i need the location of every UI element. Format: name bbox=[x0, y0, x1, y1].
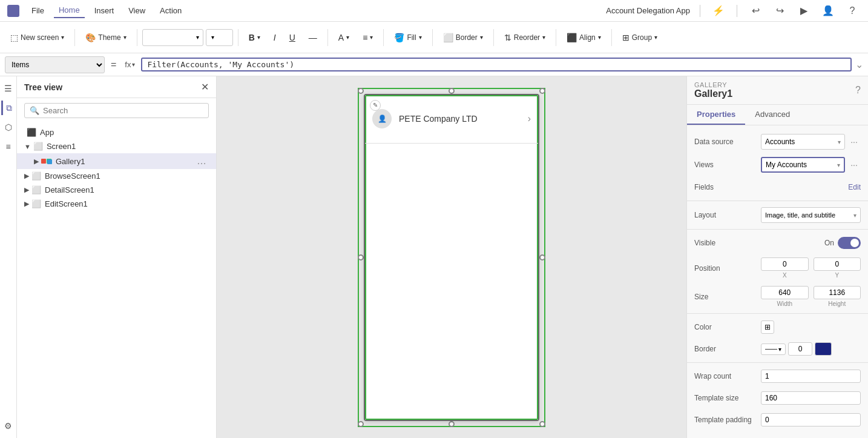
hamburger-icon[interactable]: ☰ bbox=[1, 81, 16, 96]
undo-icon[interactable]: ↩ bbox=[747, 2, 764, 19]
settings-icon[interactable]: ⚙ bbox=[1, 419, 16, 433]
prop-visible-toggle[interactable] bbox=[838, 237, 861, 249]
prop-color-picker[interactable]: ⊞ bbox=[761, 320, 774, 334]
toolbar-sep9 bbox=[611, 29, 612, 46]
formula-fx-caret: ▾ bbox=[132, 61, 135, 68]
tree-expand-detail-icon[interactable]: ▶ bbox=[24, 186, 29, 194]
prop-position-y-label: Y bbox=[835, 272, 839, 279]
new-screen-label: New screen bbox=[21, 33, 59, 42]
panel-help-icon[interactable]: ? bbox=[855, 85, 861, 96]
menu-insert[interactable]: Insert bbox=[90, 4, 119, 18]
prop-templatepadding-input[interactable] bbox=[761, 413, 861, 426]
tree-item-screen1[interactable]: ▼ ⬜ Screen1 bbox=[17, 139, 216, 153]
strikethrough-button[interactable]: — bbox=[303, 30, 323, 45]
connection-icon[interactable]: ⚡ bbox=[710, 2, 727, 19]
new-screen-button[interactable]: ⬚ New screen ▾ bbox=[5, 30, 70, 45]
panel-name-label: Gallery1 bbox=[694, 88, 732, 99]
tree-item-browsescreen1[interactable]: ▶ ⬜ BrowseScreen1 bbox=[17, 169, 216, 183]
menu-action[interactable]: Action bbox=[155, 4, 186, 18]
theme-caret: ▾ bbox=[123, 34, 127, 41]
tree-item-gallery1[interactable]: ▶ Gallery1 … bbox=[17, 153, 216, 169]
help-icon[interactable]: ? bbox=[844, 2, 861, 19]
prop-views-value-area: My Accounts ▾ ··· bbox=[761, 157, 861, 173]
prop-wrapcount-value-area bbox=[761, 370, 861, 383]
prop-border-row: Border ▾ bbox=[687, 338, 868, 360]
prop-templatesize-input[interactable] bbox=[761, 391, 861, 405]
tree-item-editscreen1[interactable]: ▶ ⬜ EditScreen1 bbox=[17, 197, 216, 211]
tree-item-gallery1-more[interactable]: … bbox=[194, 156, 209, 167]
tree-close-button[interactable]: ✕ bbox=[201, 81, 209, 93]
formula-property-select[interactable]: Items bbox=[5, 56, 105, 73]
formula-input[interactable] bbox=[141, 58, 852, 71]
gallery-row-1[interactable]: ✎ 👤 PETE Company LTD › bbox=[365, 95, 538, 144]
italic-button[interactable]: I bbox=[268, 30, 281, 45]
tab-properties[interactable]: Properties bbox=[687, 105, 745, 125]
prop-size-width-input[interactable] bbox=[761, 286, 809, 299]
reorder-button[interactable]: ⇅ Reorder ▾ bbox=[499, 30, 551, 45]
panel-header-left: GALLERY Gallery1 bbox=[694, 81, 732, 99]
menu-home[interactable]: Home bbox=[54, 3, 85, 18]
border-button[interactable]: ⬜ Border ▾ bbox=[438, 30, 488, 45]
gallery-row-1-icon: 👤 bbox=[372, 109, 392, 128]
tree-expand-screen1-icon[interactable]: ▼ bbox=[24, 143, 31, 150]
prop-fields-edit[interactable]: Edit bbox=[848, 183, 861, 191]
align-text-caret: ▾ bbox=[370, 34, 373, 41]
align-text-button[interactable]: ≡ ▾ bbox=[357, 30, 378, 45]
canvas-area[interactable]: ✎ 👤 PETE Company LTD › bbox=[217, 76, 686, 438]
prop-datasource-dropdown[interactable]: Accounts ▾ bbox=[761, 134, 845, 150]
handle-tr[interactable] bbox=[539, 88, 545, 94]
prop-size-height-field: Height bbox=[814, 286, 861, 307]
prop-position-y-input[interactable] bbox=[814, 257, 861, 271]
tree-expand-browse-icon[interactable]: ▶ bbox=[24, 172, 29, 180]
bold-button[interactable]: B ▾ bbox=[243, 30, 266, 45]
prop-wrapcount-input[interactable] bbox=[761, 370, 861, 383]
prop-views-more[interactable]: ··· bbox=[847, 158, 861, 171]
handle-br[interactable] bbox=[539, 421, 545, 427]
tree-item-app[interactable]: ⬛ App bbox=[17, 125, 216, 139]
prop-layout-dropdown[interactable]: Image, title, and subtitle ▾ bbox=[761, 207, 861, 223]
handle-tc[interactable] bbox=[449, 88, 455, 94]
redo-icon[interactable]: ↪ bbox=[771, 2, 788, 19]
tab-advanced[interactable]: Advanced bbox=[745, 105, 800, 125]
font-size-dropdown[interactable]: ▾ bbox=[206, 29, 233, 46]
prop-border-style-dropdown[interactable]: ▾ bbox=[761, 343, 786, 355]
underline-button[interactable]: U bbox=[284, 30, 301, 45]
tree-item-app-label: App bbox=[40, 128, 209, 137]
handle-ml[interactable] bbox=[358, 254, 364, 260]
main-area: ☰ ⧉ ⬡ ≡ ⚙ Tree view ✕ 🔍 ⬛ App ▼ ⬜ Scr bbox=[0, 76, 868, 438]
tree-expand-edit-icon[interactable]: ▶ bbox=[24, 200, 29, 208]
prop-datasource-more[interactable]: ··· bbox=[847, 135, 861, 148]
prop-border-width-input[interactable] bbox=[788, 342, 812, 356]
toolbar-sep8 bbox=[556, 29, 556, 46]
run-icon[interactable]: ▶ bbox=[795, 2, 812, 19]
tree-item-detailscreen1[interactable]: ▶ ⬜ DetailScreen1 bbox=[17, 183, 216, 197]
menu-view[interactable]: View bbox=[123, 4, 150, 18]
edit-indicator: ✎ bbox=[370, 100, 381, 111]
handle-bc[interactable] bbox=[449, 421, 455, 427]
formula-expand-icon[interactable]: ⌄ bbox=[855, 59, 863, 70]
fill-button[interactable]: 🪣 Fill ▾ bbox=[389, 30, 427, 45]
tree-search-container: 🔍 bbox=[24, 103, 209, 118]
prop-views-dropdown[interactable]: My Accounts ▾ bbox=[761, 157, 845, 173]
prop-size-height-input[interactable] bbox=[814, 286, 861, 299]
group-button[interactable]: ⊞ Group ▾ bbox=[617, 30, 663, 45]
theme-icon: 🎨 bbox=[85, 33, 96, 42]
variables-icon[interactable]: ≡ bbox=[1, 139, 16, 154]
menu-file[interactable]: File bbox=[27, 4, 49, 18]
theme-button[interactable]: 🎨 Theme ▾ bbox=[80, 30, 131, 45]
font-color-button[interactable]: A ▾ bbox=[333, 30, 355, 45]
layers-icon[interactable]: ⧉ bbox=[1, 101, 16, 115]
handle-bl[interactable] bbox=[358, 421, 364, 427]
formula-fx-button[interactable]: fx ▾ bbox=[122, 59, 137, 70]
align-caret: ▾ bbox=[598, 34, 601, 41]
align-button[interactable]: ⬛ Align ▾ bbox=[561, 30, 607, 45]
tree-search-input[interactable] bbox=[43, 106, 203, 115]
tree-expand-gallery1-icon[interactable]: ▶ bbox=[34, 158, 39, 165]
font-family-dropdown[interactable]: ▾ bbox=[142, 29, 203, 46]
account-icon[interactable]: 👤 bbox=[820, 2, 837, 19]
handle-mr[interactable] bbox=[539, 254, 545, 260]
components-icon[interactable]: ⬡ bbox=[1, 120, 16, 134]
handle-tl[interactable] bbox=[358, 88, 364, 94]
prop-border-color-swatch[interactable] bbox=[815, 342, 832, 356]
prop-position-x-input[interactable] bbox=[761, 257, 809, 271]
